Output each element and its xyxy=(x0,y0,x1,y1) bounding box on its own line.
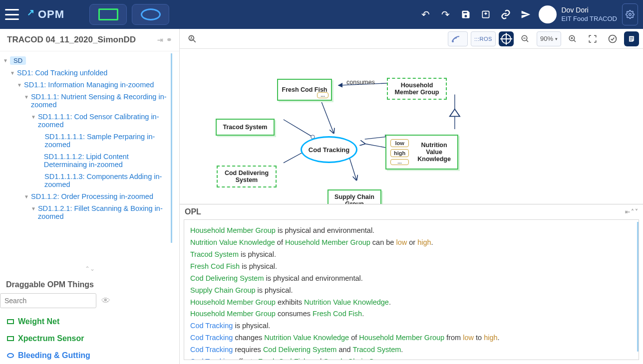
user-name: Dov Dori xyxy=(562,5,618,14)
target-button[interactable] xyxy=(499,31,514,46)
user-block: Dov Dori EIT Food TRACOD xyxy=(562,5,618,23)
opl-sentence: Cod Tracking is physical. xyxy=(190,320,633,332)
zoom-in-button[interactable] xyxy=(564,31,581,46)
opl-sentence: Supply Chain Group is physical. xyxy=(190,285,633,297)
opl-collapse-icon[interactable]: ⇤ xyxy=(625,208,630,215)
menu-icon[interactable] xyxy=(5,9,19,20)
tree-item-label: SD1.1.1.1: Cod Sensor Calibrating in-zoo… xyxy=(38,113,173,129)
opl-sentence: Household Member Group exhibits Nutritio… xyxy=(190,297,633,309)
tree-item[interactable]: SD1.1.1.1.2: Lipid Content Determinaing … xyxy=(1,151,176,171)
svg-point-1 xyxy=(629,13,632,16)
opl-header: OPL ⇤ ˄ ˅ xyxy=(180,204,643,217)
tree-item[interactable]: ▼SD1.1: Information Managing in-zoomed xyxy=(1,79,176,91)
document-title: TRACOD 04_11_2020_SimonDD xyxy=(7,35,136,45)
zoom-level[interactable]: 90%▾ xyxy=(537,31,561,46)
draggable-thing[interactable]: Bleeding & Gutting xyxy=(0,347,179,364)
opl-sentence: Cod Delivering System is physical and en… xyxy=(190,273,633,285)
crosshair-icon xyxy=(501,34,511,44)
collapse-tree-icon[interactable]: ⇥ xyxy=(157,36,163,44)
node-nutrition[interactable]: low high … Nutrition Value Knowledge xyxy=(385,135,458,170)
fit-screen-button[interactable] xyxy=(584,31,601,46)
tree-item[interactable]: SD1.1.1.1.1: Sample Perparing in-zoomed xyxy=(1,131,176,151)
state-low[interactable]: low xyxy=(390,139,409,147)
panel-resize-handle[interactable]: ⌃⌄ xyxy=(0,264,179,273)
tree-item-label: SD1.1.2.1: Fillet Scanning & Boxing in-z… xyxy=(38,204,173,220)
notes-button[interactable] xyxy=(624,31,639,46)
tree-item-label: SD1.1.1: Nutrient Sensing & Recording in… xyxy=(31,93,173,109)
opl-sentence: Cod Tracking affects Fresh Cod Fish and … xyxy=(190,356,633,360)
opl-up-icon[interactable]: ˄ xyxy=(631,208,634,215)
top-bar: ↗ OPM ↶ ↷ Dov Dori EIT Food TRACOD xyxy=(0,0,643,29)
tree-item[interactable]: ▼SD1.1.1: Nutrient Sensing & Recording i… xyxy=(1,91,176,111)
caret-icon[interactable]: ▼ xyxy=(10,70,15,76)
things-title: Draggable OPM Things xyxy=(0,273,179,293)
caret-icon[interactable]: ▼ xyxy=(24,94,29,100)
caret-icon[interactable]: ▼ xyxy=(31,114,36,120)
node-cod-delivering[interactable]: Cod Delivering System xyxy=(217,166,277,187)
diagram-canvas[interactable]: Fresh Cod Fish … Household Member Group … xyxy=(180,49,643,204)
node-tracod-system[interactable]: Tracod System xyxy=(216,119,275,136)
rect-icon xyxy=(98,8,118,20)
node-supply-chain[interactable]: Supply Chain Group xyxy=(327,189,381,204)
undo-button[interactable]: ↶ xyxy=(416,4,436,24)
svg-line-10 xyxy=(284,120,312,137)
link-button[interactable] xyxy=(496,4,516,24)
export-button[interactable] xyxy=(476,4,496,24)
tree-item[interactable]: ▼SD1: Cod Tracking unfolded xyxy=(1,67,176,79)
opl-down-icon[interactable]: ˅ xyxy=(635,208,638,215)
inspect-button[interactable] xyxy=(184,31,201,46)
tree-scrollbar[interactable] xyxy=(171,53,172,243)
draggable-thing[interactable]: Weight Net xyxy=(0,313,179,330)
avatar[interactable] xyxy=(539,5,557,23)
save-button[interactable] xyxy=(456,4,476,24)
sd-chip[interactable]: SD xyxy=(10,56,26,65)
svg-point-2 xyxy=(189,35,194,40)
tree-item-label: SD1.1.1.1.3: Components Adding in-zoomed xyxy=(44,173,173,188)
opl-panel[interactable]: Household Member Group is physical and e… xyxy=(184,219,639,360)
new-process-button[interactable] xyxy=(132,4,169,25)
send-button[interactable] xyxy=(516,4,536,24)
state-high[interactable]: high xyxy=(390,149,409,157)
svg-line-9 xyxy=(320,98,333,133)
caret-icon[interactable]: ▼ xyxy=(3,58,8,63)
thing-label: Weight Net xyxy=(18,317,59,326)
node-fresh-cod[interactable]: Fresh Cod Fish … xyxy=(277,79,332,101)
caret-icon[interactable]: ▼ xyxy=(24,194,29,199)
node-household[interactable]: Household Member Group xyxy=(387,78,447,100)
tree-item[interactable]: ▼SD1.1.1.1: Cod Sensor Calibrating in-zo… xyxy=(1,111,176,131)
tree-item-label: SD1: Cod Tracking unfolded xyxy=(17,69,107,77)
zoom-out-button[interactable] xyxy=(517,31,534,46)
tree-root[interactable]: ▼ SD xyxy=(1,54,176,67)
opl-sentence: Cod Tracking changes Nutrition Value Kno… xyxy=(190,332,633,344)
things-search-input[interactable] xyxy=(0,293,96,308)
opl-sentence: Tracod System is physical. xyxy=(190,249,633,261)
document-title-row: TRACOD 04_11_2020_SimonDD ⇥ ⚭ xyxy=(0,29,179,51)
app-logo: ↗ OPM xyxy=(27,8,64,21)
redo-button[interactable]: ↷ xyxy=(436,4,456,24)
mqtt-badge[interactable] xyxy=(448,31,468,46)
caret-icon[interactable]: ▼ xyxy=(31,206,36,211)
opl-scrollbar[interactable] xyxy=(637,222,639,352)
ros-badge[interactable]: :::ROS xyxy=(471,31,496,46)
model-tree[interactable]: ▼ SD ▼SD1: Cod Tracking unfolded▼SD1.1: … xyxy=(0,51,179,264)
opl-sentence: Cod Tracking requires Cod Delivering Sys… xyxy=(190,344,633,356)
caret-icon[interactable]: ▼ xyxy=(17,82,22,88)
tree-item[interactable]: SD1.1.1.1.3: Components Adding in-zoomed xyxy=(1,171,176,190)
visibility-toggle-icon[interactable]: 👁 xyxy=(101,296,110,306)
opl-sentence: Household Member Group consumes Fresh Co… xyxy=(190,308,633,320)
node-cod-tracking[interactable]: Cod Tracking xyxy=(301,136,357,163)
brand-text: OPM xyxy=(38,8,64,21)
sidebar: TRACOD 04_11_2020_SimonDD ⇥ ⚭ ▼ SD ▼SD1:… xyxy=(0,29,180,364)
settings-button[interactable] xyxy=(622,3,638,25)
tree-item[interactable]: ▼SD1.1.2: Order Processing in-zoomed xyxy=(1,190,176,202)
opl-sentence: Household Member Group is physical and e… xyxy=(190,225,633,237)
new-object-button[interactable] xyxy=(89,4,127,25)
validate-button[interactable] xyxy=(604,31,621,46)
logo-arrow-icon: ↗ xyxy=(27,7,35,18)
tree-item[interactable]: ▼SD1.1.2.1: Fillet Scanning & Boxing in-… xyxy=(1,202,176,222)
opl-sentence: Fresh Cod Fish is physical. xyxy=(190,261,633,273)
opl-title: OPL xyxy=(185,207,201,216)
tree-link-icon[interactable]: ⚭ xyxy=(166,36,172,44)
svg-point-3 xyxy=(191,36,192,38)
draggable-thing[interactable]: Xpectrum Sensor xyxy=(0,330,179,347)
